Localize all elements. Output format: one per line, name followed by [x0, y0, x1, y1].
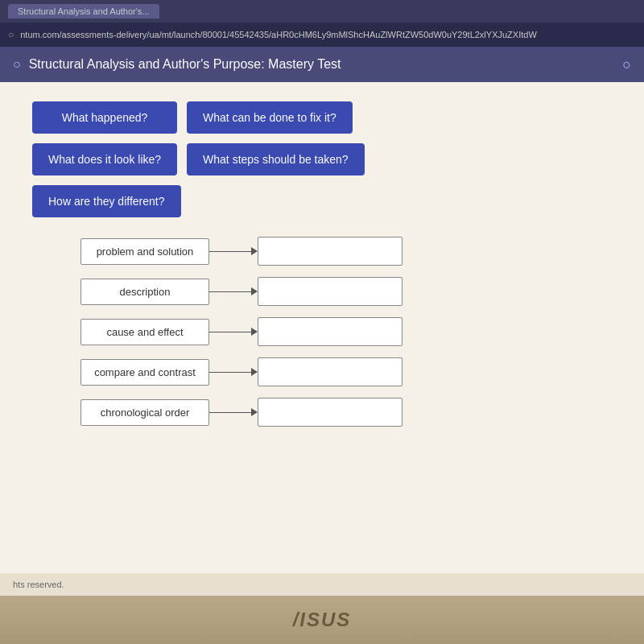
arrow-line-1: [209, 251, 251, 252]
answer-btn-3[interactable]: What does it look like?: [32, 143, 177, 175]
answer-buttons-section: What happened? What can be done to fix i…: [32, 101, 612, 217]
concept-label-5: chronological order: [80, 399, 209, 426]
arrow-head-1: [251, 247, 258, 255]
matching-section: problem and solution description cause a…: [80, 237, 612, 427]
browser-bar: Structural Analysis and Author's...: [0, 0, 644, 23]
laptop-bottom: /ISUS: [0, 596, 644, 644]
page-title: Structural Analysis and Author's Purpose…: [29, 57, 614, 72]
matching-row-5: chronological order: [80, 398, 612, 427]
footer-bar: hts reserved.: [0, 573, 644, 596]
arrow-head-2: [251, 287, 258, 295]
answer-btn-2[interactable]: What can be done to fix it?: [187, 101, 353, 134]
arrow-line-3: [209, 332, 251, 332]
header-circle-icon: ○: [13, 57, 21, 72]
answer-btn-4[interactable]: What steps should be taken?: [187, 143, 365, 175]
arrow-3: [209, 328, 258, 336]
answer-drop-4[interactable]: [258, 357, 402, 386]
asus-logo: /ISUS: [293, 609, 352, 631]
arrow-2: [209, 287, 258, 295]
arrow-1: [209, 247, 258, 255]
matching-row-4: compare and contrast: [80, 357, 612, 386]
concept-label-3: cause and effect: [80, 319, 209, 345]
buttons-row-3: How are they different?: [32, 185, 612, 217]
answer-drop-2[interactable]: [258, 277, 402, 306]
concept-label-1: problem and solution: [80, 238, 209, 265]
arrow-line-5: [209, 412, 251, 413]
arrow-line-4: [209, 372, 251, 373]
answer-drop-5[interactable]: [258, 398, 402, 427]
browser-tab[interactable]: Structural Analysis and Author's...: [8, 4, 159, 19]
arrow-head-4: [251, 368, 258, 376]
header-check-icon: ○: [622, 56, 631, 73]
buttons-row-2: What does it look like? What steps shoul…: [32, 143, 612, 175]
arrow-5: [209, 408, 258, 416]
matching-row-1: problem and solution: [80, 237, 612, 266]
main-content: What happened? What can be done to fix i…: [0, 82, 644, 573]
answer-drop-1[interactable]: [258, 237, 402, 266]
matching-row-3: cause and effect: [80, 317, 612, 346]
concept-label-4: compare and contrast: [80, 359, 209, 386]
url-text: ntum.com/assessments-delivery/ua/mt/laun…: [20, 30, 636, 39]
concept-label-2: description: [80, 279, 209, 305]
footer-text: hts reserved.: [13, 580, 64, 589]
arrow-head-3: [251, 328, 258, 336]
answer-btn-1[interactable]: What happened?: [32, 101, 177, 134]
answer-drop-3[interactable]: [258, 317, 402, 346]
answer-btn-5[interactable]: How are they different?: [32, 185, 181, 217]
arrow-line-2: [209, 291, 251, 292]
header-bar: ○ Structural Analysis and Author's Purpo…: [0, 47, 644, 82]
arrow-4: [209, 368, 258, 376]
url-bar: ○ ntum.com/assessments-delivery/ua/mt/la…: [0, 23, 644, 47]
buttons-row-1: What happened? What can be done to fix i…: [32, 101, 612, 134]
matching-row-2: description: [80, 277, 612, 306]
arrow-head-5: [251, 408, 258, 416]
url-icon: ○: [8, 29, 14, 40]
